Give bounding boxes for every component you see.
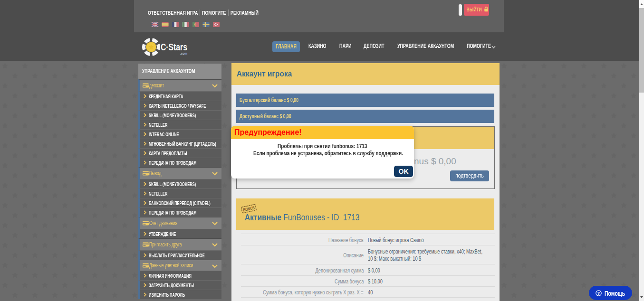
svg-text:.com: .com: [180, 51, 187, 56]
svg-text:C·Stars: C·Stars: [161, 41, 187, 52]
svg-text:?: ?: [597, 291, 600, 296]
